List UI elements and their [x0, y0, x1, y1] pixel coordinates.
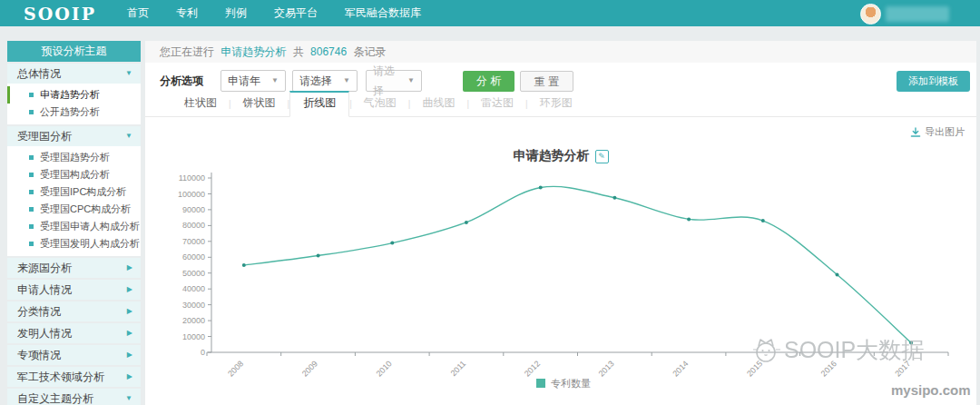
- sidebar-section: 军工技术领域分析▶: [7, 367, 141, 387]
- chevron-down-icon: ▼: [125, 133, 132, 140]
- sidebar-section-header[interactable]: 发明人情况▶: [7, 323, 141, 343]
- svg-text:2012: 2012: [523, 359, 542, 378]
- nav-item-2[interactable]: 判例: [225, 5, 247, 21]
- add-to-template-button[interactable]: 添加到模板: [897, 71, 970, 92]
- sidebar-item-label: 受理国发明人构成分析: [40, 237, 140, 251]
- select-option-2[interactable]: 请选择 ▼: [292, 70, 358, 92]
- svg-text:专利数量: 专利数量: [551, 378, 591, 389]
- status-bar: 您正在进行 申请趋势分析 共 806746 条记录: [145, 41, 976, 63]
- sidebar-item[interactable]: 公开趋势分析: [7, 104, 141, 121]
- chart-region: 导出图片 申请趋势分析✎ 010000200003000040000500006…: [145, 117, 976, 405]
- sidebar-section-header[interactable]: 军工技术领域分析▶: [7, 367, 141, 387]
- svg-text:2017: 2017: [893, 359, 912, 378]
- user-avatar[interactable]: [860, 4, 881, 25]
- tab-chart-type-2[interactable]: 折线图: [289, 91, 349, 117]
- nav-item-1[interactable]: 专利: [176, 5, 198, 21]
- sidebar-item[interactable]: 受理国构成分析: [7, 166, 141, 183]
- chevron-down-icon: ▼: [271, 71, 279, 91]
- svg-text:60000: 60000: [182, 252, 205, 262]
- svg-text:50000: 50000: [182, 269, 205, 278]
- sidebar-section: 分类情况▶: [7, 301, 141, 321]
- svg-text:110000: 110000: [179, 173, 205, 183]
- sidebar-section-header[interactable]: 来源国分析▶: [7, 258, 141, 278]
- filter-label: 分析选项: [160, 70, 203, 92]
- sidebar-item[interactable]: 受理国发明人构成分析: [7, 235, 141, 252]
- preset-analysis-sidebar: 预设分析主题 总体情况▼申请趋势分析公开趋势分析受理国分析▼受理国趋势分析受理国…: [7, 41, 141, 405]
- svg-text:40000: 40000: [182, 284, 205, 293]
- select-option-2-value: 请选择: [299, 71, 332, 91]
- legend: 专利数量: [536, 378, 591, 389]
- sidebar-section: 申请人情况▶: [7, 280, 141, 300]
- user-area: [860, 4, 949, 25]
- trend-line-chart[interactable]: 0100002000030000400005000060000700008000…: [145, 117, 976, 405]
- bullet-icon: [29, 110, 34, 114]
- bullet-icon: [29, 173, 34, 177]
- sidebar-header: 预设分析主题: [7, 41, 141, 62]
- user-name-blurred[interactable]: [886, 6, 949, 22]
- svg-text:2014: 2014: [671, 359, 690, 378]
- section-label: 总体情况: [17, 64, 61, 84]
- sidebar-item[interactable]: 受理国趋势分析: [7, 149, 141, 166]
- sidebar-item[interactable]: 受理国申请人构成分析: [7, 218, 141, 235]
- sidebar-item-label: 受理国构成分析: [40, 168, 110, 182]
- svg-text:20000: 20000: [182, 316, 205, 325]
- tab-chart-type-3: 气泡图: [352, 91, 408, 116]
- section-items: 申请趋势分析公开趋势分析: [7, 84, 141, 124]
- sidebar-item-label: 受理国申请人构成分析: [40, 220, 140, 233]
- tab-chart-type-4: 曲线图: [410, 91, 466, 116]
- analyze-button[interactable]: 分 析: [463, 71, 514, 92]
- sidebar-section-header[interactable]: 分类情况▶: [7, 301, 141, 321]
- svg-text:2015: 2015: [745, 359, 764, 378]
- sidebar-item-label: 受理国趋势分析: [40, 151, 110, 164]
- svg-text:100000: 100000: [178, 190, 205, 199]
- sidebar-item-label: 受理国CPC构成分析: [40, 202, 131, 216]
- sidebar-item-label: 公开趋势分析: [40, 105, 100, 119]
- svg-text:2009: 2009: [300, 359, 319, 378]
- sidebar-section-header[interactable]: 专项情况▶: [7, 345, 141, 365]
- svg-text:2013: 2013: [597, 359, 616, 378]
- tab-chart-type-1[interactable]: 饼状图: [231, 91, 288, 116]
- chevron-down-icon: ▼: [125, 395, 132, 402]
- select-option-3: 请选择 ▼: [366, 70, 422, 92]
- sidebar-section-header[interactable]: 受理国分析▼: [7, 126, 141, 146]
- status-prefix: 您正在进行: [160, 45, 214, 58]
- status-record-count: 806746: [310, 45, 347, 58]
- sooip-logo[interactable]: SOOIP: [24, 4, 96, 24]
- sidebar-section: 总体情况▼申请趋势分析公开趋势分析: [7, 64, 141, 124]
- section-label: 申请人情况: [17, 280, 72, 300]
- chevron-right-icon: ▶: [127, 373, 132, 380]
- sidebar-item[interactable]: 受理国IPC构成分析: [7, 183, 141, 201]
- nav-item-3[interactable]: 交易平台: [274, 5, 318, 21]
- filter-row: 分析选项 申请年 ▼ 请选择 ▼ 请选择 ▼ 分 析 重 置 添加到模板: [145, 63, 976, 94]
- chevron-down-icon: ▼: [343, 71, 350, 91]
- chevron-down-icon: ▼: [407, 71, 415, 91]
- sidebar-item-active[interactable]: 申请趋势分析: [7, 86, 141, 104]
- nav-item-0[interactable]: 首页: [127, 5, 149, 21]
- bullet-icon: [29, 93, 34, 97]
- sidebar-section-header[interactable]: 申请人情况▶: [7, 280, 141, 300]
- sidebar-section-header[interactable]: 总体情况▼: [7, 64, 141, 84]
- chevron-right-icon: ▶: [127, 286, 132, 293]
- sidebar-section: 来源国分析▶: [7, 258, 141, 278]
- sidebar-section-header[interactable]: 自定义主题分析▼: [7, 389, 141, 405]
- reset-button[interactable]: 重 置: [520, 71, 573, 92]
- svg-text:70000: 70000: [182, 237, 205, 246]
- top-navigation-bar: SOOIP 首页专利判例交易平台军民融合数据库: [0, 0, 980, 26]
- sidebar-section: 自定义主题分析▼: [7, 389, 141, 405]
- sidebar-item[interactable]: 受理国CPC构成分析: [7, 201, 141, 218]
- svg-text:10000: 10000: [182, 332, 205, 341]
- svg-text:2008: 2008: [226, 359, 245, 378]
- select-dimension[interactable]: 申请年 ▼: [220, 70, 286, 92]
- svg-text:2010: 2010: [374, 359, 393, 378]
- tab-chart-type-5: 雷达图: [469, 91, 525, 116]
- section-label: 专项情况: [17, 345, 61, 365]
- section-label: 自定义主题分析: [17, 389, 93, 405]
- tab-chart-type-0[interactable]: 柱状图: [172, 91, 229, 116]
- sidebar-section: 专项情况▶: [7, 345, 141, 365]
- section-label: 发明人情况: [17, 323, 72, 343]
- svg-text:0: 0: [201, 348, 205, 357]
- section-label: 受理国分析: [17, 126, 72, 146]
- nav-item-4[interactable]: 军民融合数据库: [345, 5, 421, 21]
- nav-menu: 首页专利判例交易平台军民融合数据库: [127, 5, 421, 21]
- sidebar-item-label: 申请趋势分析: [40, 88, 100, 102]
